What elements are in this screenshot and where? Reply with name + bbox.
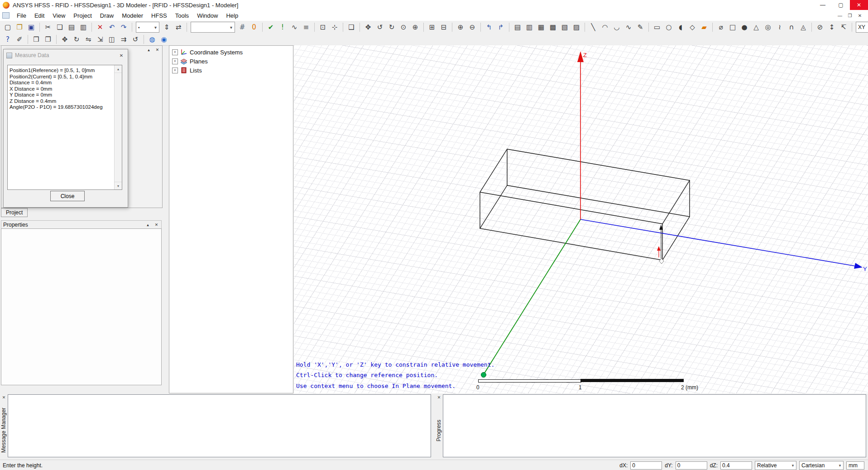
draw-ellipse-button[interactable]: ◖ xyxy=(675,22,686,33)
draw-polygon-button[interactable]: ◇ xyxy=(686,22,698,33)
view-right-button[interactable]: ▨ xyxy=(571,22,582,33)
boundary-display-button[interactable]: ◍ xyxy=(146,34,158,45)
mirror-objects-button[interactable]: ⇋ xyxy=(82,34,94,45)
radiation-sphere-button[interactable]: ◉ xyxy=(158,34,170,45)
draw-spline-button[interactable]: ∿ xyxy=(623,22,634,33)
zoom-area-button[interactable]: ⊡ xyxy=(317,22,329,33)
rotate-free-button[interactable]: ↺ xyxy=(374,22,386,33)
draw-torus-button[interactable]: ◎ xyxy=(762,22,774,33)
delete-button[interactable]: ✕ xyxy=(94,22,106,33)
whats-this-help-button[interactable]: ✐ xyxy=(14,34,25,45)
save-button[interactable]: ▣ xyxy=(25,22,37,33)
minimize-button[interactable]: — xyxy=(814,0,832,10)
dz-input[interactable]: 0.4 xyxy=(720,461,752,470)
menu-edit[interactable]: Edit xyxy=(30,11,48,20)
copy-button[interactable]: ❏ xyxy=(54,22,66,33)
view-left-button[interactable]: ▧ xyxy=(559,22,571,33)
draw-bondwire-button[interactable]: ∩ xyxy=(786,22,797,33)
collapse-icon[interactable]: ▴ xyxy=(144,222,151,228)
rotate-screen-button[interactable]: ⊙ xyxy=(398,22,409,33)
view-undo-button[interactable]: ↰ xyxy=(483,22,495,33)
menu-window[interactable]: Window xyxy=(193,11,222,20)
draw-helix-button[interactable]: ≀ xyxy=(774,22,786,33)
zoom-out-button[interactable]: ⊖ xyxy=(466,22,478,33)
non-model-toggle-button[interactable]: ⊘ xyxy=(814,22,826,33)
move-objects-button[interactable]: ✥ xyxy=(59,34,71,45)
draw-cylinder-button[interactable]: ⌀ xyxy=(715,22,727,33)
units-box[interactable]: mm xyxy=(846,461,864,470)
close-icon[interactable]: ✕ xyxy=(118,52,125,59)
draw-rectangle-button[interactable]: ▭ xyxy=(651,22,663,33)
new-file-button[interactable]: ▢ xyxy=(2,22,14,33)
expand-icon[interactable]: + xyxy=(172,68,178,73)
dx-input[interactable]: 0 xyxy=(630,461,662,470)
child-close-button[interactable]: ✕ xyxy=(855,11,864,19)
dialog-titlebar[interactable]: Measure Data ✕ xyxy=(4,49,128,61)
tree-item-planes[interactable]: + Planes xyxy=(169,57,293,66)
analyze-all-button[interactable]: ! xyxy=(277,22,288,33)
help-topics-button[interactable]: ? xyxy=(2,34,14,45)
collapse-icon[interactable]: ▴ xyxy=(145,47,152,53)
scroll-down-icon[interactable]: ▾ xyxy=(115,182,122,189)
view-bottom-button[interactable]: ▥ xyxy=(523,22,535,33)
paste-button[interactable]: ▤ xyxy=(66,22,77,33)
menu-hfss[interactable]: HFSS xyxy=(147,11,171,20)
child-restore-button[interactable]: ❐ xyxy=(845,11,854,19)
view-redo-button[interactable]: ↱ xyxy=(495,22,507,33)
duplicate-around-axis-button[interactable]: ↺ xyxy=(129,34,141,45)
close-button[interactable]: ✕ xyxy=(850,0,868,10)
view-back-button[interactable]: ▩ xyxy=(547,22,559,33)
select-vertex-button[interactable]: ⇕ xyxy=(161,22,173,33)
menu-view[interactable]: View xyxy=(48,11,69,20)
coordinate-mode-dropdown[interactable]: Relative ▾ xyxy=(755,461,796,470)
offset-objects-button[interactable]: ⇲ xyxy=(94,34,106,45)
set-rotation-center-button[interactable]: ⊕ xyxy=(409,22,421,33)
validate-button[interactable]: ✔ xyxy=(265,22,277,33)
close-dialog-button[interactable]: Close xyxy=(50,191,85,201)
redo-button[interactable]: ↷ xyxy=(118,22,129,33)
draw-cone-button[interactable]: △ xyxy=(750,22,762,33)
draw-arc-center-button[interactable]: ◠ xyxy=(599,22,611,33)
fit-all-button[interactable]: ⊞ xyxy=(426,22,438,33)
draw-arc-3pt-button[interactable]: ◡ xyxy=(611,22,623,33)
history-dropdown[interactable]: ▾ xyxy=(191,22,235,33)
view-top-button[interactable]: ▤ xyxy=(512,22,523,33)
draw-sphere-button[interactable]: ● xyxy=(739,22,750,33)
close-icon[interactable]: ✕ xyxy=(1,394,7,400)
close-icon[interactable]: ✕ xyxy=(436,394,442,400)
child-minimize-button[interactable]: — xyxy=(835,11,844,19)
undo-button[interactable]: ↶ xyxy=(106,22,118,33)
align-view-button[interactable]: ↸ xyxy=(838,22,849,33)
expand-icon[interactable]: + xyxy=(172,49,178,55)
expand-icon[interactable]: + xyxy=(172,58,178,64)
select-multi-button[interactable]: ⇄ xyxy=(173,22,184,33)
tree-item-coordinate-systems[interactable]: + Coordinate Systems xyxy=(169,48,293,57)
zoom-in-button[interactable]: ⊕ xyxy=(455,22,466,33)
copy-image-button[interactable]: ❑ xyxy=(345,22,357,33)
project-tab[interactable]: Project xyxy=(1,208,28,217)
cut-button[interactable]: ✂ xyxy=(42,22,54,33)
zero-coordinate-button[interactable]: 0 xyxy=(248,22,260,33)
optimetrics-button[interactable]: ∿ xyxy=(288,22,300,33)
window-split-button[interactable]: ❒ xyxy=(30,34,42,45)
duplicate-along-line-button[interactable]: ⇉ xyxy=(118,34,129,45)
snap-grid-button[interactable]: # xyxy=(236,22,248,33)
fit-selection-button[interactable]: ⊟ xyxy=(438,22,450,33)
coordinate-system-dropdown[interactable]: Cartesian ▾ xyxy=(799,461,844,470)
draw-box-button[interactable]: □ xyxy=(727,22,739,33)
measure-results-list[interactable]: Position1(Reference) = [0.5, 1, 0]mmPosi… xyxy=(7,65,122,190)
menu-help[interactable]: Help xyxy=(222,11,242,20)
plane-dropdown[interactable]: XY ▾ xyxy=(856,22,868,33)
duplicate-mirror-button[interactable]: ◫ xyxy=(106,34,118,45)
measure-button[interactable]: ⊹ xyxy=(329,22,340,33)
results-button[interactable]: ≡ xyxy=(300,22,312,33)
print-button[interactable]: ▥ xyxy=(77,22,89,33)
view-front-button[interactable]: ▦ xyxy=(535,22,547,33)
scroll-up-icon[interactable]: ▴ xyxy=(115,65,122,73)
scrollbar[interactable]: ▴ ▾ xyxy=(114,65,122,189)
maximize-button[interactable]: ▢ xyxy=(832,0,850,10)
dy-input[interactable]: 0 xyxy=(676,461,707,470)
menu-tools[interactable]: Tools xyxy=(171,11,193,20)
selection-mode-dropdown[interactable]: ▪ ▾ xyxy=(136,22,159,33)
draw-line-button[interactable]: ╲ xyxy=(587,22,599,33)
